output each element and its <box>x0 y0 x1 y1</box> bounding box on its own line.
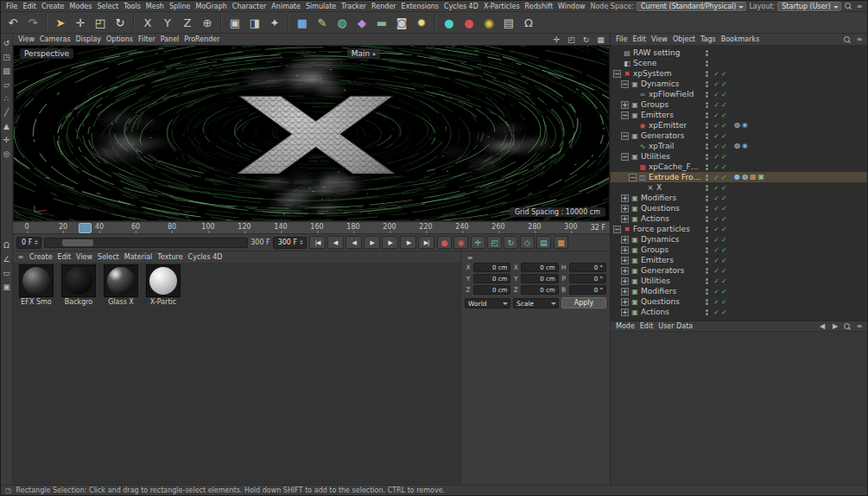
menu-window[interactable]: Window <box>555 3 588 10</box>
object-menu-tags[interactable]: Tags <box>698 35 719 43</box>
camera-icon[interactable]: ◙ <box>392 13 411 32</box>
visibility-dots[interactable] <box>702 50 711 56</box>
apply-button[interactable]: Apply <box>561 297 606 308</box>
tree-item-force-particles[interactable]: −✖Force particles✓✓ <box>611 224 867 234</box>
object-menu-bookmarks[interactable]: Bookmarks <box>719 35 763 43</box>
tree-item-questions[interactable]: +▣Questions✓✓ <box>611 203 867 213</box>
workplane-mode-icon[interactable]: ▱ <box>2 79 12 90</box>
menu-render[interactable]: Render <box>369 3 398 10</box>
display-filter-icon[interactable]: ▤ <box>499 13 518 32</box>
tree-item-raw-setting[interactable]: ▤RAW setting <box>611 48 867 58</box>
autokey-button[interactable]: ◉ <box>453 236 468 249</box>
subdivision-surface-icon[interactable]: ◍ <box>333 13 352 32</box>
transform-space-select[interactable]: World <box>465 298 510 308</box>
tree-item-dynamics[interactable]: +▣Dynamics✓✓ <box>611 234 867 245</box>
render-settings-icon[interactable]: ✦ <box>265 13 284 32</box>
live-selection-icon[interactable]: ➤ <box>51 13 70 32</box>
viewport-menu-display[interactable]: Display <box>73 35 105 43</box>
record-scale-toggle[interactable]: ◰ <box>487 236 502 249</box>
menu-redshift[interactable]: Redshift <box>523 3 555 10</box>
object-menu-edit[interactable]: Edit <box>630 35 649 43</box>
material-menu-material[interactable]: Material <box>122 253 155 261</box>
keyframe-selection-button[interactable]: ▦ <box>554 236 568 249</box>
tree-item-xpflowfield[interactable]: ≈xpFlowField✓✓ <box>611 89 867 99</box>
node-space-select[interactable]: Current (Standard/Physical) <box>637 2 746 11</box>
menu-tools[interactable]: Tools <box>121 3 143 10</box>
object-menu-object[interactable]: Object <box>670 35 698 43</box>
expand-icon[interactable]: + <box>621 257 629 264</box>
x-axis-lock-icon[interactable]: X <box>138 13 157 32</box>
tree-item-x[interactable]: ✕X✓✓ <box>611 182 867 193</box>
collapse-icon[interactable]: − <box>613 70 621 78</box>
range-slider-handle[interactable] <box>62 239 93 246</box>
expand-icon[interactable]: + <box>621 215 629 223</box>
viewport-canvas[interactable]: XXX <box>14 46 609 220</box>
panel-menu-icon[interactable]: ≡ <box>854 35 865 44</box>
goto-start-button[interactable]: |◀ <box>309 236 326 249</box>
snap-icon[interactable]: Ω <box>519 13 538 32</box>
expand-icon[interactable]: + <box>621 298 629 306</box>
xp-display-tag[interactable]: ◍ <box>734 121 740 130</box>
visibility-dots[interactable] <box>702 278 711 284</box>
attribute-menu-edit[interactable]: Edit <box>637 322 656 330</box>
visibility-dots[interactable] <box>702 299 711 305</box>
material-menu-edit[interactable]: Edit <box>55 253 74 261</box>
tree-item-xpemitter[interactable]: ◉xpEmitter✓✓◍◉ <box>611 120 867 130</box>
camera-label[interactable]: Perspective <box>20 48 73 59</box>
undo-icon[interactable]: ↶ <box>3 13 22 32</box>
expand-icon[interactable]: + <box>621 277 629 285</box>
visibility-dots[interactable] <box>702 216 711 222</box>
texture-mode-icon[interactable]: ▨ <box>2 66 12 76</box>
search-icon[interactable] <box>843 35 852 44</box>
xp-group-tag[interactable]: ◉ <box>742 142 748 150</box>
visibility-dots[interactable] <box>702 206 711 212</box>
enable-checkmarks[interactable]: ✓✓ <box>711 194 732 202</box>
enable-checkmarks[interactable]: ✓✓ <box>711 215 732 223</box>
material-backgro[interactable]: Backgro <box>60 264 98 306</box>
visibility-dots[interactable] <box>702 268 711 274</box>
menu-file[interactable]: File <box>3 3 20 10</box>
visibility-dots[interactable] <box>702 175 711 181</box>
coordinate-field[interactable]: 0 ° <box>569 274 606 283</box>
next-key-button[interactable]: ·▶ <box>400 236 416 249</box>
record-pla-toggle[interactable]: ▤ <box>536 236 551 249</box>
timeline-ruler[interactable]: 32 F 02040608010012014016018020022024026… <box>13 221 610 234</box>
tree-item-questions[interactable]: +▣Questions✓✓ <box>611 296 867 307</box>
record-rotation-toggle[interactable]: ↻ <box>504 236 518 249</box>
move-tool-icon[interactable]: ✛ <box>71 13 90 32</box>
coordinates-panel-menu-icon[interactable]: ≡ <box>465 253 475 263</box>
visibility-dots[interactable] <box>702 123 711 129</box>
menu-simulate[interactable]: Simulate <box>303 3 339 10</box>
preview-range-slider[interactable] <box>44 238 248 248</box>
visibility-dots[interactable] <box>702 154 711 160</box>
enable-checkmarks[interactable]: ✓✓ <box>711 70 732 78</box>
collapse-icon[interactable]: − <box>621 80 629 88</box>
enable-checkmarks[interactable]: ✓✓ <box>711 132 732 140</box>
visibility-dots[interactable] <box>702 164 711 170</box>
next-frame-button[interactable]: ▶ <box>382 236 398 249</box>
enable-checkmarks[interactable]: ✓✓ <box>711 308 732 316</box>
visibility-dots[interactable] <box>702 309 711 315</box>
deformer-icon[interactable]: ◆ <box>352 13 371 32</box>
toggle-views-icon[interactable]: ▦ <box>594 35 607 45</box>
enable-checkmarks[interactable]: ✓✓ <box>711 80 732 88</box>
tree-item-generators[interactable]: −▣Generators✓✓ <box>611 130 867 141</box>
menu-create[interactable]: Create <box>39 3 67 10</box>
rotate-tool-icon[interactable]: ↻ <box>111 13 130 32</box>
coordinate-system-icon[interactable]: ⊕ <box>198 13 217 32</box>
material-menu-texture[interactable]: Texture <box>155 253 185 261</box>
size-mode-select[interactable]: Scale <box>513 298 559 308</box>
coordinate-field[interactable]: 0 cm <box>473 285 510 295</box>
enable-checkmarks[interactable]: ✓✓ <box>711 101 732 109</box>
zoom-view-icon[interactable]: ◰ <box>565 35 578 45</box>
enable-checkmarks[interactable]: ✓✓ <box>711 246 732 254</box>
material-panel-menu-icon[interactable]: ≡ <box>16 252 26 262</box>
xparticles-system-icon[interactable]: ● <box>459 13 478 32</box>
collapse-icon[interactable]: − <box>629 174 637 181</box>
object-menu-file[interactable]: File <box>613 35 630 43</box>
visibility-dots[interactable] <box>702 60 711 67</box>
record-parameter-toggle[interactable]: ◇ <box>520 236 535 249</box>
polygons-mode-icon[interactable]: ▲ <box>2 121 12 131</box>
edges-mode-icon[interactable]: ╱ <box>2 107 12 118</box>
coordinate-field[interactable]: 0 ° <box>569 263 606 272</box>
